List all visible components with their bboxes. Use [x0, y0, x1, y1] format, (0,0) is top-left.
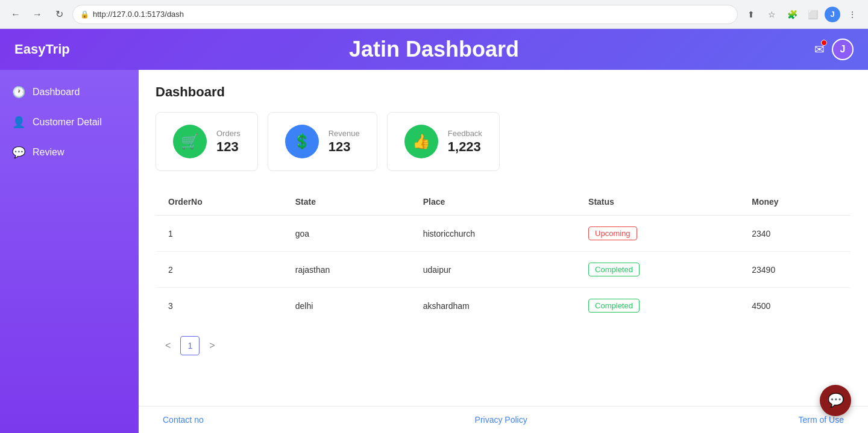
lock-icon: 🔒 — [80, 10, 89, 19]
pagination: < 1 > — [156, 336, 851, 355]
main-content: Dashboard 🛒 Orders 123 💲 Revenue — [139, 70, 868, 406]
mail-button[interactable]: ✉ — [814, 42, 825, 57]
sidebar-label-dashboard: Dashboard — [33, 87, 80, 98]
revenue-value: 123 — [329, 139, 360, 155]
orders-info: Orders 123 — [216, 129, 241, 155]
privacy-link[interactable]: Privacy Policy — [475, 415, 527, 425]
stat-card-revenue: 💲 Revenue 123 — [268, 112, 377, 171]
cell-money: 4500 — [740, 288, 851, 324]
feedback-label: Feedback — [448, 129, 482, 138]
chat-fab-button[interactable]: 💬 — [820, 385, 851, 416]
app-header: EasyTrip Jatin Dashboard ✉ J — [0, 29, 868, 70]
cell-money: 2340 — [740, 216, 851, 252]
col-state: State — [283, 188, 411, 216]
cell-status: Upcoming — [576, 216, 740, 252]
feedback-info: Feedback 1,223 — [448, 129, 482, 155]
table-row: 2 rajasthan udaipur Completed 23490 — [156, 252, 851, 288]
cell-state: delhi — [283, 288, 411, 324]
header-right: ✉ J — [814, 39, 854, 60]
cell-order-no: 1 — [156, 216, 283, 252]
orders-value: 123 — [216, 139, 241, 155]
mail-badge — [821, 40, 827, 46]
stat-card-orders: 🛒 Orders 123 — [156, 112, 258, 171]
status-badge: Completed — [588, 299, 640, 313]
footer: Contact no Privacy Policy Term of Use — [139, 406, 868, 433]
col-money: Money — [740, 188, 851, 216]
status-badge: Completed — [588, 263, 640, 276]
sidebar-label-review: Review — [33, 147, 64, 158]
cell-place: udaipur — [411, 252, 576, 288]
chat-icon: 💬 — [12, 146, 25, 159]
cell-money: 23490 — [740, 252, 851, 288]
app-wrapper: EasyTrip Jatin Dashboard ✉ J 🕐 Dashboard… — [0, 29, 868, 433]
menu-button[interactable]: ⋮ — [844, 6, 861, 23]
feedback-icon: 👍 — [404, 125, 438, 158]
table-row: 1 goa historicchurch Upcoming 2340 — [156, 216, 851, 252]
page-number[interactable]: 1 — [180, 336, 200, 355]
sidebar-item-dashboard[interactable]: 🕐 Dashboard — [0, 77, 139, 107]
cell-status: Completed — [576, 252, 740, 288]
sidebar: 🕐 Dashboard 👤 Customer Detail 💬 Review — [0, 70, 139, 433]
revenue-label: Revenue — [329, 129, 360, 138]
revenue-info: Revenue 123 — [329, 129, 360, 155]
chrome-user-avatar[interactable]: J — [825, 7, 840, 22]
cell-order-no: 3 — [156, 288, 283, 324]
app-page-title: Jatin Dashboard — [349, 37, 519, 62]
cell-state: rajasthan — [283, 252, 411, 288]
terms-link[interactable]: Term of Use — [799, 415, 844, 425]
extensions-button[interactable]: 🧩 — [784, 6, 800, 23]
person-icon: 👤 — [12, 116, 25, 129]
cell-place: historicchurch — [411, 216, 576, 252]
share-button[interactable]: ⬆ — [743, 6, 760, 23]
clock-icon: 🕐 — [12, 86, 25, 99]
page-heading: Dashboard — [156, 84, 851, 100]
contact-link[interactable]: Contact no — [163, 415, 204, 425]
prev-page-button[interactable]: < — [160, 338, 175, 354]
col-order-no: OrderNo — [156, 188, 283, 216]
reload-button[interactable]: ↻ — [51, 6, 68, 23]
orders-label: Orders — [216, 129, 241, 138]
stats-row: 🛒 Orders 123 💲 Revenue 123 — [156, 112, 851, 171]
sidebar-label-customer-detail: Customer Detail — [33, 117, 102, 128]
content-area: Dashboard 🛒 Orders 123 💲 Revenue — [139, 70, 868, 433]
app-logo: EasyTrip — [14, 42, 70, 57]
table-row: 3 delhi akshardham Completed 4500 — [156, 288, 851, 324]
orders-icon: 🛒 — [173, 125, 207, 158]
main-area: 🕐 Dashboard 👤 Customer Detail 💬 Review D… — [0, 70, 868, 433]
bookmark-button[interactable]: ☆ — [763, 6, 780, 23]
cell-place: akshardham — [411, 288, 576, 324]
url-text: http://127.0.0.1:5173/dash — [93, 10, 184, 19]
back-button[interactable]: ← — [7, 6, 24, 23]
orders-table: OrderNo State Place Status Money 1 goa h… — [156, 188, 851, 324]
revenue-icon: 💲 — [285, 125, 319, 158]
status-badge: Upcoming — [588, 226, 637, 240]
col-place: Place — [411, 188, 576, 216]
cell-state: goa — [283, 216, 411, 252]
cell-order-no: 2 — [156, 252, 283, 288]
url-bar[interactable]: 🔒 http://127.0.0.1:5173/dash — [72, 5, 738, 24]
feedback-value: 1,223 — [448, 139, 482, 155]
browser-actions: ⬆ ☆ 🧩 ⬜ J ⋮ — [743, 6, 861, 23]
sidebar-item-customer-detail[interactable]: 👤 Customer Detail — [0, 107, 139, 137]
stat-card-feedback: 👍 Feedback 1,223 — [387, 112, 500, 171]
header-user-avatar[interactable]: J — [832, 39, 854, 60]
sidebar-item-review[interactable]: 💬 Review — [0, 137, 139, 167]
forward-button[interactable]: → — [29, 6, 46, 23]
col-status: Status — [576, 188, 740, 216]
next-page-button[interactable]: > — [204, 338, 219, 354]
browser-chrome: ← → ↻ 🔒 http://127.0.0.1:5173/dash ⬆ ☆ 🧩… — [0, 0, 868, 29]
cell-status: Completed — [576, 288, 740, 324]
tab-button[interactable]: ⬜ — [804, 6, 821, 23]
